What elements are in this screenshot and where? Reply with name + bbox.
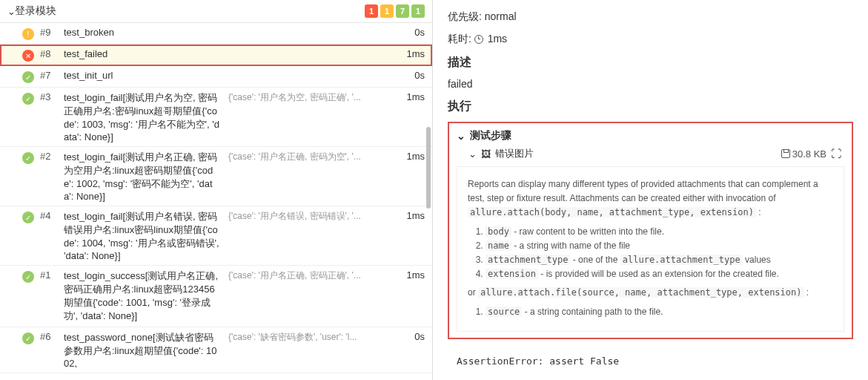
test-name: test_login_fail[测试用户名为空, 密码正确用户名:密码linux…	[64, 91, 219, 142]
test-name: test_login_success[测试用户名正确, 密码正确用户名:linu…	[64, 269, 219, 323]
test-duration: 1ms	[400, 151, 425, 202]
save-icon[interactable]	[781, 149, 790, 158]
status-pass-icon: ✓	[22, 332, 34, 344]
test-row[interactable]: ✓#1test_login_success[测试用户名正确, 密码正确用户名:l…	[0, 266, 432, 327]
attachment-row[interactable]: ⌄ 🖼 错误图片 30.8 KB ⛶	[457, 142, 844, 166]
attachment-size: 30.8 KB	[781, 148, 826, 160]
status-pass-icon: ✓	[22, 152, 34, 164]
steps-header[interactable]: ⌄ 测试步骤	[457, 129, 844, 142]
status-pass-icon: ✓	[22, 93, 34, 105]
attachment-icon: 🖼	[481, 148, 491, 160]
test-param	[113, 48, 394, 62]
status-pass-icon: ✓	[22, 212, 34, 223]
priority-field: 优先级: normal	[448, 10, 853, 24]
test-number: #4	[40, 210, 58, 261]
test-row[interactable]: ✓#2test_login_fail[测试用户名正确, 密码为空用户名:linu…	[0, 147, 432, 206]
chevron-down-icon: ⌄	[7, 6, 15, 17]
test-row[interactable]: ✕#8test_failed1ms	[0, 45, 432, 66]
test-param: {'case': '用户名正确, 密码为空', '...	[225, 151, 394, 202]
priority-label: 优先级:	[448, 10, 482, 22]
test-name: test_login_fail[测试用户名错误, 密码错误用户名:linux密码…	[64, 210, 219, 261]
test-number: #2	[40, 151, 58, 202]
status-fail-icon: ✕	[22, 50, 34, 62]
duration-label: 耗时:	[448, 33, 471, 45]
test-row[interactable]: ✓#6test_password_none[测试缺省密码参数用户名:linux超…	[0, 327, 432, 373]
test-duration: 1ms	[400, 269, 425, 323]
chevron-down-icon: ⌄	[468, 148, 477, 160]
suite-title: 登录模块	[15, 4, 365, 18]
badge-broken: 1	[380, 4, 394, 18]
test-duration: 0s	[400, 27, 425, 40]
steps-title: 测试步骤	[470, 129, 511, 142]
test-duration: 1ms	[400, 210, 425, 261]
suite-header[interactable]: ⌄ 登录模块 1 1 7 1	[0, 0, 432, 23]
test-row[interactable]: ✓#4test_login_fail[测试用户名错误, 密码错误用户名:linu…	[0, 206, 432, 266]
test-name: test_init_url	[64, 70, 113, 83]
left-panel: ⌄ 登录模块 1 1 7 1 !#9test_broken0s✕#8test_f…	[0, 0, 433, 380]
execution-heading: 执行	[448, 99, 853, 114]
badge-extra: 1	[411, 4, 425, 18]
test-name: test_broken	[64, 27, 114, 40]
test-duration: 1ms	[400, 91, 425, 142]
test-param	[120, 27, 394, 40]
test-duration: 1ms	[400, 48, 425, 62]
test-number: #3	[40, 91, 58, 142]
test-row[interactable]: ✓#7test_init_url0s	[0, 66, 432, 88]
status-badges: 1 1 7 1	[365, 4, 425, 18]
test-param: {'case': '缺省密码参数', 'user': 'l...	[225, 331, 394, 369]
test-number: #6	[40, 331, 58, 369]
fullscreen-icon[interactable]: ⛶	[831, 148, 841, 160]
test-param: {'case': '用户名正确, 密码正确', '...	[225, 269, 394, 323]
test-row[interactable]: ✓#3test_login_fail[测试用户名为空, 密码正确用户名:密码li…	[0, 88, 432, 147]
test-param: {'case': '用户名错误, 密码错误', '...	[225, 210, 394, 261]
clock-icon	[474, 35, 483, 44]
test-name: test_login_fail[测试用户名正确, 密码为空用户名:linux超密…	[64, 151, 219, 202]
test-param	[119, 70, 394, 83]
test-number: #7	[40, 70, 58, 83]
test-row[interactable]: !#9test_broken0s	[0, 23, 432, 45]
right-panel: 优先级: normal 耗时: 1ms 描述 failed 执行 ⌄ 测试步骤 …	[433, 0, 868, 380]
test-number: #9	[40, 27, 58, 40]
chevron-down-icon: ⌄	[457, 130, 466, 142]
scrollbar[interactable]	[426, 127, 431, 209]
test-number: #8	[40, 48, 58, 62]
status-pass-icon: ✓	[22, 71, 34, 83]
status-broken-icon: !	[22, 28, 34, 40]
priority-value: normal	[485, 10, 517, 22]
test-duration: 0s	[400, 331, 425, 369]
description-value: failed	[448, 78, 853, 90]
test-list: !#9test_broken0s✕#8test_failed1ms✓#7test…	[0, 23, 432, 373]
test-name: test_failed	[64, 48, 107, 62]
badge-failed: 1	[365, 4, 378, 18]
test-steps-section: ⌄ 测试步骤 ⌄ 🖼 错误图片 30.8 KB ⛶ Reports can di…	[448, 122, 853, 339]
test-name: test_password_none[测试缺省密码参数用户名:linux超期望值…	[64, 331, 219, 369]
duration-field: 耗时: 1ms	[448, 33, 853, 46]
attachment-name: 错误图片	[495, 147, 777, 160]
test-duration: 0s	[400, 70, 425, 83]
attachment-doc: Reports can display many different types…	[457, 166, 844, 332]
test-number: #1	[40, 269, 58, 323]
badge-passed: 7	[396, 4, 409, 18]
description-heading: 描述	[448, 55, 853, 71]
duration-value: 1ms	[488, 33, 507, 45]
status-pass-icon: ✓	[22, 271, 34, 283]
error-message: AssertionError: assert False	[457, 356, 853, 367]
test-param: {'case': '用户名为空, 密码正确', '...	[225, 91, 394, 142]
